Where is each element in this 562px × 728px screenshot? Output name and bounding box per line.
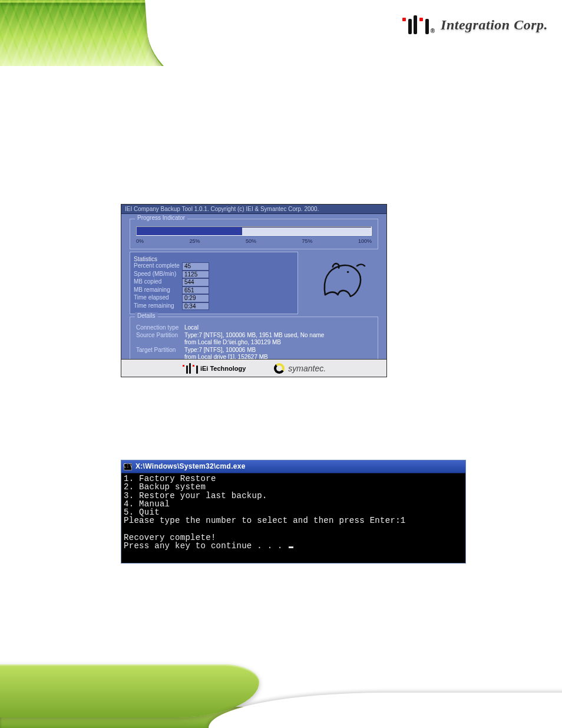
progress-bar	[136, 226, 372, 236]
stat-percent-label: Percent complete	[134, 262, 182, 271]
iei-mini-logo-icon	[182, 363, 198, 374]
details-caption: Details	[135, 312, 158, 319]
tick-75: 75%	[302, 238, 312, 244]
detail-conn-label: Connection type	[136, 324, 184, 332]
stat-remaining-value: 651	[182, 286, 209, 295]
page-footer-decoration	[0, 657, 562, 728]
page-header-decoration: ® Integration Corp.	[0, 0, 562, 66]
ghost-icon	[308, 252, 378, 314]
detail-conn-value: Local	[184, 324, 372, 332]
statistics-caption: Statistics	[134, 256, 157, 262]
statistics-table: Percent complete45 Speed (MB/min)1125 MB…	[134, 262, 294, 310]
symantec-label: symantec.	[288, 364, 326, 373]
stat-percent-value: 45	[182, 262, 209, 271]
stat-elapsed-value: 0:29	[182, 294, 209, 302]
cmd-terminal[interactable]: 1. Factory Restore 2. Backup system 3. R…	[121, 473, 465, 551]
detail-src-line1: Type:7 [NTFS], 100006 MB, 1951 MB used, …	[184, 332, 372, 340]
cmd-window: C:\ X:\Windows\System32\cmd.exe 1. Facto…	[121, 460, 466, 564]
tick-0: 0%	[136, 238, 144, 244]
progress-ticks: 0% 25% 50% 75% 100%	[136, 238, 372, 244]
detail-tgt-label: Target Partition	[136, 347, 184, 354]
symantec-brand: symantec.	[274, 363, 326, 374]
detail-src-line2: from Local file D:\iei.gho, 130129 MB	[184, 339, 372, 347]
stat-time-remaining-label: Time remaining	[134, 302, 182, 311]
detail-tgt-line1: Type:7 [NTFS], 100006 MB	[184, 347, 372, 354]
stats-row: Statistics Percent complete45 Speed (MB/…	[130, 252, 378, 314]
progress-caption: Progress Indicator	[135, 215, 187, 221]
stat-copied-label: MB copied	[134, 278, 182, 286]
cmd-line-9: Press any key to continue . . .	[124, 541, 287, 551]
svg-point-0	[347, 271, 349, 273]
tick-100: 100%	[358, 238, 372, 244]
cmd-titlebar: C:\ X:\Windows\System32\cmd.exe	[121, 460, 465, 473]
brand-name: Integration Corp.	[441, 17, 548, 33]
cmd-title-text: X:\Windows\System32\cmd.exe	[135, 463, 246, 470]
symantec-logo-icon	[274, 363, 285, 374]
iei-logo-icon: ®	[402, 15, 435, 34]
stat-speed-label: Speed (MB/min)	[134, 271, 182, 279]
cmd-line-6: Please type the number to select and the…	[124, 516, 406, 525]
stat-copied-value: 544	[182, 278, 209, 286]
backup-tool-footer: iEi Technology symantec.	[121, 359, 386, 377]
iei-technology-label: iEi Technology	[200, 365, 246, 372]
cmd-icon: C:\	[124, 463, 132, 470]
stat-speed-value: 1125	[182, 271, 209, 279]
detail-src-label: Source Partition	[136, 332, 184, 340]
cursor-icon	[289, 546, 293, 548]
stat-elapsed-label: Time elapsed	[134, 294, 182, 302]
tick-50: 50%	[246, 238, 256, 244]
brand-block: ® Integration Corp.	[402, 15, 548, 34]
progress-panel: Progress Indicator 0% 25% 50% 75% 100%	[130, 219, 378, 249]
stat-remaining-label: MB remaining	[134, 286, 182, 295]
tick-25: 25%	[189, 238, 200, 244]
stat-time-remaining-value: 0:34	[182, 302, 209, 311]
backup-tool-titlebar: IEI Company Backup Tool 1.0.1. Copyright…	[121, 205, 386, 214]
backup-tool-window: IEI Company Backup Tool 1.0.1. Copyright…	[121, 204, 387, 377]
